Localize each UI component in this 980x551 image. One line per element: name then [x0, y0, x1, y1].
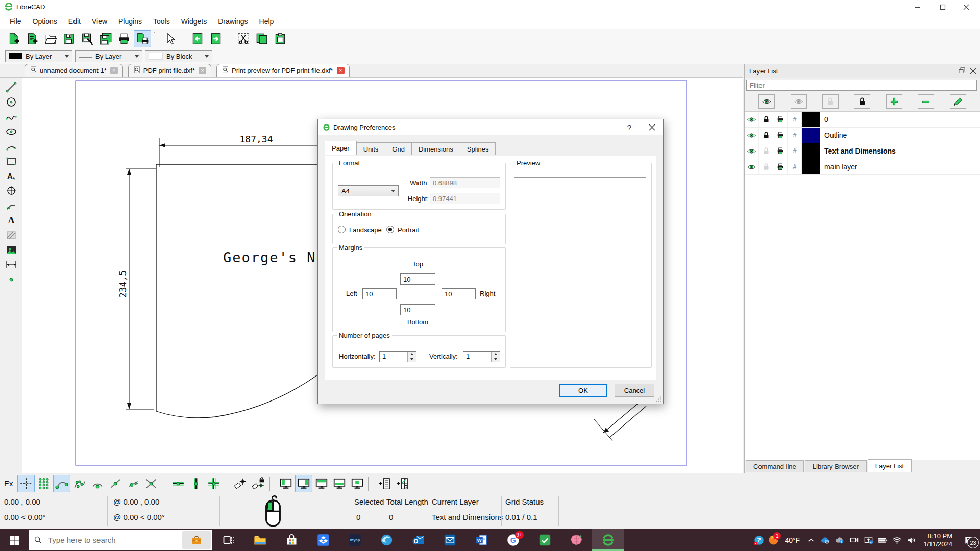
- taskbar-app-brain[interactable]: [560, 529, 592, 551]
- cast-icon[interactable]: [861, 529, 875, 551]
- start-button[interactable]: [0, 529, 29, 551]
- view-toggle-left-button[interactable]: [277, 475, 295, 492]
- layer-color-swatch[interactable]: [802, 143, 820, 159]
- layer-visible-icon[interactable]: [745, 112, 759, 127]
- menu-drawings[interactable]: Drawings: [212, 15, 253, 28]
- menu-view[interactable]: View: [86, 15, 113, 28]
- leader-tool-button[interactable]: [3, 198, 19, 213]
- snap-endpoint-button[interactable]: [53, 475, 70, 492]
- new-drawing-button[interactable]: [5, 30, 22, 47]
- search-input[interactable]: [47, 535, 182, 545]
- show-all-layers-button[interactable]: [758, 94, 775, 109]
- dimension-tool-button[interactable]: [3, 257, 19, 272]
- layer-construction-icon[interactable]: #: [788, 128, 802, 143]
- layer-color-swatch[interactable]: [802, 112, 820, 127]
- circle-tool-button[interactable]: [3, 94, 19, 109]
- layer-lock-icon[interactable]: [759, 128, 773, 143]
- unlock-all-layers-button[interactable]: [822, 94, 839, 109]
- notification-center-icon[interactable]: 23: [958, 529, 980, 551]
- panel-tab-layer-list[interactable]: Layer List: [868, 459, 912, 472]
- view-toggle-right-button[interactable]: [295, 475, 312, 492]
- cut-button[interactable]: [235, 30, 252, 47]
- margin-top-field[interactable]: [400, 273, 435, 285]
- spinner-arrows[interactable]: [407, 352, 416, 362]
- minimize-button[interactable]: [905, 0, 929, 14]
- taskbar-app-task-view[interactable]: [212, 529, 244, 551]
- close-tab-icon[interactable]: ×: [199, 67, 206, 74]
- layer-print-icon[interactable]: [773, 143, 788, 159]
- add-layer-button[interactable]: [886, 94, 902, 109]
- dialog-tab-units[interactable]: Units: [356, 142, 386, 155]
- taskbar-app-librecad[interactable]: [592, 529, 624, 551]
- camera-icon[interactable]: [847, 529, 861, 551]
- layer-construction-icon[interactable]: #: [788, 112, 802, 127]
- redo-button[interactable]: [207, 30, 225, 47]
- layer-visible-icon[interactable]: [745, 143, 759, 159]
- taskbar-app-browser[interactable]: [371, 529, 402, 551]
- lock-relative-zero-button[interactable]: [250, 475, 267, 492]
- menu-help[interactable]: Help: [254, 15, 280, 28]
- snap-center-button[interactable]: [89, 475, 106, 492]
- spinner-arrows[interactable]: [491, 352, 500, 362]
- restrict-horizontal-button[interactable]: [169, 475, 187, 492]
- menu-edit[interactable]: Edit: [63, 15, 86, 28]
- taskbar-app-mail[interactable]: [434, 529, 465, 551]
- rectangle-tool-button[interactable]: [3, 154, 19, 168]
- paper-format-select[interactable]: A4: [338, 185, 399, 196]
- snap-intersection-button[interactable]: [142, 475, 160, 492]
- menu-file[interactable]: File: [4, 15, 27, 28]
- snap-on-entity-button[interactable]: [71, 475, 88, 492]
- margin-bottom-field[interactable]: [400, 304, 435, 315]
- portrait-label[interactable]: Portrait: [398, 226, 419, 234]
- view-toggle-bottom-button[interactable]: [331, 475, 348, 492]
- vertically-spinner[interactable]: 1: [463, 351, 500, 362]
- pen-linetype-select[interactable]: By Block: [145, 50, 212, 62]
- dialog-tab-dimensions[interactable]: Dimensions: [411, 142, 460, 155]
- undo-button[interactable]: [189, 30, 206, 47]
- print-preview-button[interactable]: [134, 30, 151, 47]
- clock[interactable]: 8:10 PM1/11/2024: [923, 532, 952, 548]
- taskbar-app-dropbox[interactable]: [307, 529, 339, 551]
- maximize-button[interactable]: [931, 0, 954, 14]
- dialog-titlebar[interactable]: Drawing Preferences ?: [318, 119, 663, 135]
- dialog-help-button[interactable]: ?: [618, 119, 641, 135]
- ellipse-tool-button[interactable]: [3, 124, 19, 139]
- remove-layer-button[interactable]: [918, 94, 934, 109]
- layer-print-icon[interactable]: [773, 112, 788, 127]
- taskbar-app-outlook[interactable]: [402, 529, 434, 551]
- menu-plugins[interactable]: Plugins: [113, 15, 148, 28]
- layer-row-0[interactable]: #0: [745, 112, 980, 128]
- insert-tool-button[interactable]: [3, 183, 19, 198]
- hide-all-layers-button[interactable]: [791, 94, 807, 109]
- snap-grid-button[interactable]: [35, 475, 53, 492]
- ok-button[interactable]: OK: [559, 384, 607, 397]
- landscape-radio[interactable]: [338, 226, 346, 233]
- dialog-close-icon[interactable]: [641, 119, 663, 135]
- margin-right-field[interactable]: [442, 288, 476, 299]
- taskbar-search[interactable]: [29, 530, 212, 550]
- volume-icon[interactable]: [904, 529, 918, 551]
- save-button[interactable]: [60, 30, 78, 47]
- spline-tool-button[interactable]: [3, 109, 19, 124]
- wifi-icon[interactable]: [890, 529, 904, 551]
- portrait-radio[interactable]: [386, 226, 394, 233]
- taskbar-app-file-explorer[interactable]: [244, 529, 276, 551]
- document-tab-1[interactable]: unnamed document 1*×: [24, 64, 123, 77]
- document-tab-2[interactable]: PDF print file.dxf*×: [128, 64, 211, 77]
- float-panel-icon[interactable]: [958, 67, 966, 77]
- layer-construction-icon[interactable]: #: [788, 159, 802, 174]
- image-tool-button[interactable]: [3, 242, 19, 257]
- new-from-template-button[interactable]: [23, 30, 41, 47]
- close-tab-icon[interactable]: ×: [337, 67, 345, 74]
- layer-panel-header[interactable]: Layer List: [745, 64, 980, 78]
- menu-options[interactable]: Options: [27, 15, 63, 28]
- snap-free-button[interactable]: [17, 475, 35, 492]
- snap-distance-button[interactable]: [125, 475, 142, 492]
- close-button[interactable]: [954, 0, 978, 14]
- dialog-tab-splines[interactable]: Splines: [460, 142, 496, 155]
- help-icon[interactable]: ?: [752, 529, 766, 551]
- taskbar-app-microsoft-store[interactable]: [276, 529, 307, 551]
- taskbar-app-todo[interactable]: [529, 529, 560, 551]
- save-as-button[interactable]: [79, 30, 96, 47]
- select-button[interactable]: [161, 30, 179, 47]
